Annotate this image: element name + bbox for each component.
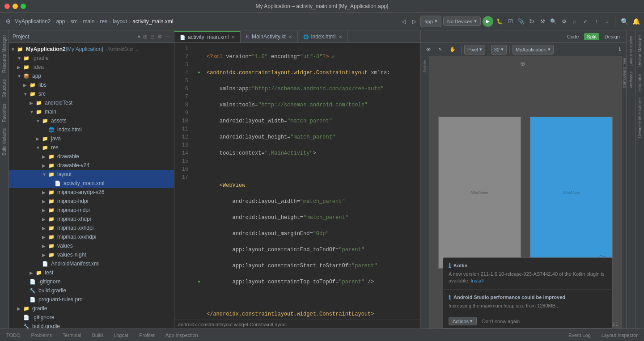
tree-item-mipmap-xxxhdpi[interactable]: ▶ 📁 mipmap-xxxhdpi [9,232,174,241]
run-inspection-icon[interactable]: 🔍 [549,17,558,26]
zoom-handle[interactable]: ⊕ [520,60,525,67]
tree-item-values[interactable]: ▶ 📁 values [9,241,174,250]
tree-item-gitignore-root[interactable]: 📄 .gitignore [9,313,174,322]
notifications-icon[interactable]: 🔔 [631,17,640,26]
tree-item-mipmap-anydpi[interactable]: ▶ 📁 mipmap-anydpi-v26 [9,188,174,197]
design-cursor-btn[interactable]: ↖ [436,45,445,55]
forward-icon[interactable]: ▷ [410,17,419,26]
pixel-dropdown[interactable]: Pixel ▾ [464,45,485,55]
tree-item-values-night[interactable]: ▶ 📁 values-night [9,250,174,259]
tree-item-mipmap-xhdpi[interactable]: ▶ 📁 mipmap-xhdpi [9,215,174,223]
push-icon[interactable]: ↑ [592,17,601,26]
design-eye-btn[interactable]: 👁 [424,45,434,55]
design-info-btn[interactable]: ℹ [616,45,623,55]
logcat-status[interactable]: Logcat [111,332,131,339]
project-panel-dropdown[interactable]: ▾ [138,34,140,40]
tree-item-layout[interactable]: ▼ 📁 layout [9,170,174,179]
tree-item-activity-main[interactable]: 📄 activity_main.xml [9,179,174,188]
app-inspection-status[interactable]: App Inspection [163,332,201,339]
tab-main-activity-close[interactable]: ✕ [288,34,292,39]
tree-item-drawable-v24[interactable]: ▶ 📁 drawable-v24 [9,161,174,170]
tree-item-main[interactable]: ▼ 📁 main [9,107,174,116]
tree-item-mipmap-hdpi[interactable]: ▶ 📁 mipmap-hdpi [9,197,174,206]
tree-item-res[interactable]: ▼ 📁 res [9,143,174,152]
tree-item-libs[interactable]: ▶ 📁 libs [9,80,174,89]
layout-inspector-status[interactable]: Layout Inspector [599,332,640,339]
tree-item-build-gradle-app[interactable]: 🔧 build.gradle [9,286,174,295]
attributes-tab[interactable]: Attributes [628,70,634,90]
breadcrumb-file[interactable]: activity_main.xml [132,18,173,25]
maximize-dot[interactable] [21,4,26,9]
tab-index-html[interactable]: 🌐 index.html ✕ [298,31,348,42]
emulator-strip[interactable]: Emulator [636,71,643,94]
design-pan-btn[interactable]: ✋ [447,45,458,55]
attach-debugger-icon[interactable]: 📎 [517,17,525,26]
project-collapse-icon[interactable]: ⊟ [150,34,155,40]
tree-item-manifest[interactable]: 📄 AndroidManifest.xml [9,259,174,268]
breadcrumb-app[interactable]: app [56,18,65,25]
resource-manager-strip[interactable]: Resource Manager [1,32,8,76]
close-dot[interactable] [4,4,10,9]
project-structure-icon[interactable]: ⚙ [4,17,13,26]
tree-item-app[interactable]: ▼ 📦 app [9,72,174,80]
design-view-btn[interactable]: Design [602,33,623,40]
breadcrumb-res[interactable]: res [100,18,107,25]
tree-item-mipmap-xxhdpi[interactable]: ▶ 📁 mipmap-xxhdpi [9,223,174,232]
tree-item-root[interactable]: ▼ 📁 MyApplication2 [My Application] ~/An… [9,45,174,54]
tree-item-proguard[interactable]: 📄 proguard-rules.pro [9,295,174,304]
tree-item-idea[interactable]: ▶ 📁 .idea [9,63,174,72]
breadcrumb-main[interactable]: main [83,18,94,25]
commit-icon[interactable]: ✓ [581,17,590,26]
tree-item-gradle-hidden[interactable]: ▼ 📁 .gradle [9,54,174,63]
tree-item-java[interactable]: ▶ 📁 java [9,134,174,143]
layout-validation-tab[interactable]: Layout Validation [628,34,634,68]
todo-status[interactable]: TODO [4,332,23,339]
problems-status[interactable]: Problems [29,332,55,339]
tab-index-html-close[interactable]: ✕ [339,34,342,39]
tree-item-mipmap-mdpi[interactable]: ▶ 📁 mipmap-mdpi [9,206,174,215]
split-view-btn[interactable]: Split [584,33,599,40]
tab-activity-main-close[interactable]: ✕ [231,35,235,40]
structure-strip[interactable]: Structure [1,76,8,100]
search-button[interactable]: 🔍 [619,16,630,27]
app-theme-dropdown[interactable]: MyApplication ▾ [513,45,553,55]
project-layout-icon[interactable]: ⊞ [143,34,148,40]
api-dropdown[interactable]: 32 ▾ [491,45,507,55]
tree-item-index-html[interactable]: 🌐 index.html [9,125,174,134]
breadcrumb-layout[interactable]: layout [113,18,127,25]
sync-icon[interactable]: ↻ [527,17,536,26]
tree-item-drawable[interactable]: ▶ 📁 drawable [9,152,174,161]
device-file-explorer-strip[interactable]: Device File Explorer [636,95,643,140]
tab-main-activity[interactable]: K MainActivity.kt ✕ [241,31,297,42]
event-log-status[interactable]: Event Log [566,332,593,339]
project-hide-icon[interactable]: — [165,34,170,40]
tree-item-gitignore-app[interactable]: 📄 .gitignore [9,277,174,286]
code-content[interactable]: <?xml version="1.0" encoding="utf-8"?>✓ … [192,43,420,320]
notif-dont-show-again[interactable]: Don't show again [482,319,520,324]
tab-activity-main[interactable]: 📄 activity_main.xml ✕ [174,31,241,42]
back-icon[interactable]: ◁ [399,17,408,26]
minimize-dot[interactable] [13,4,18,9]
build-icon[interactable]: ⚒ [538,17,547,26]
notif-kotlin-install[interactable]: Install [471,278,484,283]
tree-item-src[interactable]: ▼ 📁 src [9,89,174,98]
settings-icon[interactable]: ⚙ [559,17,568,26]
tree-item-build-gradle-root[interactable]: 🔧 build.gradle [9,322,174,328]
no-devices-button[interactable]: No Devices ▾ [443,17,481,26]
breadcrumb-project[interactable]: MyApplication2 [14,18,51,25]
profiler-status[interactable]: Profiler [136,332,157,339]
tree-item-test[interactable]: ▶ 📁 test [9,268,174,277]
code-view-btn[interactable]: Code [564,33,581,40]
run-button[interactable]: ▶ [483,16,493,27]
app-dropdown[interactable]: app ▾ [420,16,441,27]
breadcrumb-src[interactable]: src [70,18,77,25]
build-status[interactable]: Build [89,332,106,339]
run-with-coverage-icon[interactable]: ☑ [506,17,515,26]
component-tree-strip[interactable]: Component Tree [622,56,626,328]
favorites-strip[interactable]: Favorites [1,101,8,125]
tree-item-gradle[interactable]: ▶ 📁 gradle [9,304,174,313]
device-manager-strip[interactable]: Device Manager [636,32,643,70]
tree-item-androidtest[interactable]: ▶ 📁 androidTest [9,98,174,107]
vcs-icon[interactable]: ⑃ [570,17,579,26]
pull-icon[interactable]: ↓ [602,17,611,26]
